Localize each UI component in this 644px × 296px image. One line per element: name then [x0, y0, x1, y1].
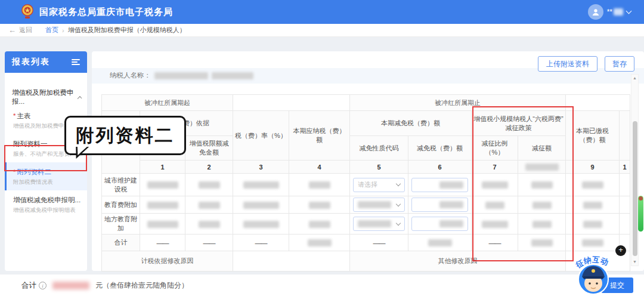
user-name-mask: [614, 8, 623, 16]
selected-value-mask: [358, 201, 391, 208]
sidebar-item-vat-reduction[interactable]: 增值税减免税申报明... 增值税减免税申报明细表: [5, 190, 87, 218]
tax-bureau-logo-icon: [20, 4, 35, 20]
nature-code-select[interactable]: [353, 198, 405, 212]
col-paid: 本期已缴税（费）额: [566, 111, 620, 161]
breadcrumb-current: 增值税及附加税费申报（小规模纳税人）: [68, 26, 186, 35]
reason-row: 计税依据修改原因 其他修改原因: [102, 251, 630, 272]
report-group-toggle[interactable]: 增值税及附加税费申报...: [5, 88, 87, 106]
info-icon[interactable]: i: [39, 282, 47, 289]
col-rate: 税（费）率（%）: [233, 111, 289, 161]
period-start-label: 被冲红所属期起: [102, 95, 233, 111]
report-list-header: 报表列表: [5, 51, 87, 73]
upload-attachments-button[interactable]: 上传附送资料: [538, 56, 597, 72]
attachment-2-callout: 附列资料二: [64, 116, 186, 155]
sidebar-item-attachment-2[interactable]: *附列资料二 附加税费情况表: [5, 162, 87, 190]
reduction-amount-input[interactable]: [411, 198, 468, 212]
chevron-down-icon[interactable]: [626, 8, 632, 14]
other-reason-label: 其他修改原因: [350, 251, 566, 272]
table-row-local-education-surcharge: 地方教育附加: [102, 214, 630, 235]
taxpayer-name-label: 纳税人名称：: [110, 71, 151, 80]
footer-bar: 合计 i 元（叁佰肆拾壹元陆角陆分） 提交: [0, 275, 644, 296]
taxpayer-name-mask: [212, 72, 253, 79]
reduction-amount-input[interactable]: [411, 178, 468, 192]
table-row-total: 合计 —— —— —— —— ——: [102, 235, 630, 251]
person-icon: [591, 7, 600, 17]
footer-total-label: 合计: [21, 280, 36, 291]
col-payable: 本期应纳税（费）额: [289, 111, 350, 161]
scroll-up-arrow-icon[interactable]: ▲: [631, 75, 638, 82]
tax-interaction-mascot[interactable]: 征纳互动: [568, 249, 619, 296]
total-amount-mask: [52, 282, 89, 289]
top-header-bar: 国家税务总局重庆市电子税务局 **: [0, 0, 644, 24]
breadcrumb-separator: ›: [62, 27, 64, 34]
reduction-amount-input[interactable]: [411, 217, 468, 231]
col-deduction: 减征额: [518, 136, 566, 161]
scroll-indicator-pill[interactable]: [638, 196, 643, 232]
vertical-scrollbar[interactable]: ▲ ▼: [631, 74, 639, 266]
col-group-reduction: 本期减免税（费）额: [350, 111, 472, 136]
breadcrumb: ← 返回 首页 › 增值税及附加税费申报（小规模纳税人）: [0, 24, 644, 37]
col-reduction-amount: 减免税（费）额: [408, 136, 472, 161]
column-number-row: 1 2 3 4 5 6 7 9 1: [102, 161, 630, 174]
back-arrow-icon[interactable]: ←: [8, 26, 16, 35]
total-label: 合计: [102, 235, 140, 251]
page-body: 报表列表 增值税及附加税费申报... *主表 增值税及附加税费申报表 附列资料一…: [0, 37, 644, 275]
col-vat-limit: 增值税限额减免金额: [185, 136, 233, 161]
nature-code-select[interactable]: 请选择: [353, 178, 405, 192]
taxpayer-name-row: 纳税人名称：: [110, 71, 253, 80]
breadcrumb-home[interactable]: 首页: [45, 26, 58, 35]
chevron-down-icon: [396, 181, 401, 186]
user-name: **: [607, 8, 623, 16]
app-title: 国家税务总局重庆市电子税务局: [39, 7, 173, 18]
form-main-card: 上传附送资料 暂存 纳税人名称： 被冲红所属期起 被冲红所属期止 计税（费）依据: [92, 51, 644, 271]
amount-in-words: 元（叁佰肆拾壹元陆角陆分）: [95, 280, 188, 291]
back-button[interactable]: 返回: [19, 26, 32, 35]
report-list-title: 报表列表: [12, 57, 50, 67]
user-avatar[interactable]: [588, 4, 603, 20]
panel-collapse-icon[interactable]: [72, 59, 80, 65]
col-group-policy: 增值税小规模纳税人“六税两费”减征政策: [472, 111, 566, 136]
table-row-education-surcharge: 教育费附加: [102, 196, 630, 214]
chevron-down-icon: [396, 220, 401, 225]
nature-code-select[interactable]: [353, 217, 405, 231]
period-row: 被冲红所属期起 被冲红所属期止: [102, 95, 630, 111]
temp-save-button[interactable]: 暂存: [605, 56, 634, 72]
selected-value-mask: [358, 220, 391, 227]
taxpayer-name-mask: [154, 72, 208, 79]
scroll-down-arrow-icon[interactable]: ▼: [631, 258, 638, 266]
col-ratio: 减征比例（%）: [472, 136, 518, 161]
col-nature-code: 减免性质代码: [350, 136, 408, 161]
period-end-label: 被冲红所属期止: [350, 95, 566, 111]
chevron-down-icon: [396, 201, 401, 206]
scrollbar-thumb[interactable]: [633, 121, 637, 256]
table-row-urban-tax: 城市维护建设税 请选择: [102, 174, 630, 196]
column-number-mask: [518, 161, 566, 174]
tax-basis-reason-label: 计税依据修改原因: [102, 251, 233, 272]
user-menu[interactable]: **: [588, 0, 631, 24]
